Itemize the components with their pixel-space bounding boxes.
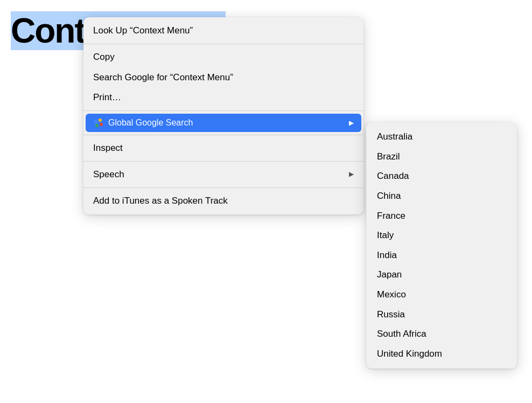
- menu-item-print[interactable]: Print…: [83, 87, 363, 108]
- menu-item-speech[interactable]: Speech ▶: [83, 164, 363, 185]
- speech-arrow-icon: ▶: [349, 170, 354, 179]
- menu-item-search-google[interactable]: Search Google for “Context Menu”: [83, 67, 363, 88]
- divider-5: [83, 187, 363, 188]
- context-menu: Look Up “Context Menu” Copy Search Googl…: [83, 17, 363, 214]
- divider-1: [83, 44, 363, 44]
- divider-3: [83, 135, 363, 135]
- global-google-search-content: Global Google Search: [93, 117, 193, 128]
- menu-item-inspect[interactable]: Inspect: [83, 138, 363, 158]
- submenu-item-france[interactable]: France: [366, 206, 517, 226]
- divider-2: [83, 110, 363, 111]
- submenu-global-google-search: AustraliaBrazilCanadaChinaFranceItalyInd…: [366, 123, 517, 369]
- submenu-item-china[interactable]: China: [366, 186, 517, 206]
- svg-point-0: [94, 120, 98, 124]
- submenu-item-mexico[interactable]: Mexico: [366, 285, 517, 305]
- submenu-item-brazil[interactable]: Brazil: [366, 147, 517, 167]
- submenu-item-japan[interactable]: Japan: [366, 265, 517, 285]
- global-google-search-label: Global Google Search: [108, 118, 193, 128]
- submenu-item-india[interactable]: India: [366, 246, 517, 266]
- global-google-search-icon: [93, 117, 104, 128]
- submenu-item-russia[interactable]: Russia: [366, 305, 517, 325]
- speech-label: Speech: [93, 168, 124, 181]
- menu-item-look-up[interactable]: Look Up “Context Menu”: [83, 20, 363, 41]
- svg-point-2: [100, 123, 103, 126]
- submenu-item-italy[interactable]: Italy: [366, 226, 517, 246]
- menu-item-add-itunes[interactable]: Add to iTunes as a Spoken Track: [83, 191, 363, 211]
- menu-item-global-google-search[interactable]: Global Google Search ▶: [86, 114, 361, 132]
- submenu-item-united-kingdom[interactable]: United Kingdom: [366, 344, 517, 364]
- submenu-item-south-africa[interactable]: South Africa: [366, 324, 517, 344]
- submenu-item-australia[interactable]: Australia: [366, 127, 517, 147]
- menu-item-copy[interactable]: Copy: [83, 47, 363, 67]
- svg-point-3: [95, 124, 99, 127]
- svg-point-1: [99, 119, 102, 122]
- submenu-arrow-icon: ▶: [349, 119, 354, 127]
- divider-4: [83, 161, 363, 162]
- submenu-item-canada[interactable]: Canada: [366, 166, 517, 186]
